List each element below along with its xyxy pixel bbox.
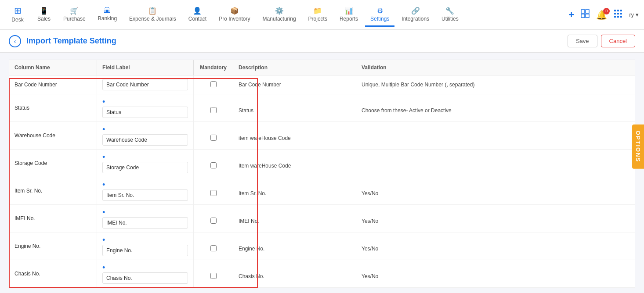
field-label-input[interactable] bbox=[102, 272, 188, 284]
nav-label-reports: Reports bbox=[340, 16, 358, 22]
nav-label-utilities: Utilities bbox=[441, 16, 459, 22]
nav-label-purchase: Purchase bbox=[63, 16, 86, 22]
grid-layout-icon[interactable] bbox=[613, 9, 623, 21]
table-icon[interactable] bbox=[580, 9, 590, 21]
cell-mandatory bbox=[194, 260, 233, 288]
nav-item-desk[interactable]: ⊞ Desk bbox=[5, 2, 30, 28]
options-tab[interactable]: OPTIONS bbox=[632, 125, 644, 169]
integrations-icon: 🔗 bbox=[411, 7, 420, 15]
cell-validation: Yes/No bbox=[356, 232, 635, 260]
table-header-row: Column Name Field Label Mandatory Descri… bbox=[9, 60, 635, 75]
mandatory-checkbox[interactable] bbox=[210, 107, 217, 113]
svg-rect-5 bbox=[617, 10, 619, 11]
cell-mandatory bbox=[194, 75, 233, 94]
reports-icon: 📊 bbox=[344, 7, 353, 15]
nav-item-settings[interactable]: ⚙ Settings bbox=[365, 3, 394, 27]
table-body: Bar Code Number Bar Code NumberUnique, M… bbox=[9, 75, 635, 288]
table-row: Engine No. • Engine No.Yes/No bbox=[9, 232, 635, 260]
cell-column-name: Item Sr. No. bbox=[9, 177, 97, 205]
mandatory-checkbox[interactable] bbox=[210, 218, 217, 224]
desk-icon: ⊞ bbox=[14, 5, 22, 16]
field-label-input[interactable] bbox=[102, 189, 188, 201]
nav-label-desk: Desk bbox=[11, 17, 23, 23]
field-label-input[interactable] bbox=[102, 107, 188, 118]
cell-validation: Yes/No bbox=[356, 205, 635, 232]
cell-column-name: Bar Code Number bbox=[9, 75, 97, 94]
svg-rect-8 bbox=[617, 13, 619, 14]
notification-bell-icon[interactable]: 🔔 0 bbox=[596, 10, 607, 20]
nav-item-contact[interactable]: 👤 Contact bbox=[183, 3, 212, 27]
main-content: Column Name Field Label Mandatory Descri… bbox=[0, 53, 644, 293]
col-header-description: Description bbox=[233, 60, 356, 75]
mandatory-checkbox[interactable] bbox=[210, 273, 217, 279]
nav-item-utilities[interactable]: 🔧 Utilities bbox=[436, 3, 464, 27]
add-button[interactable]: + bbox=[568, 9, 574, 21]
mandatory-checkbox[interactable] bbox=[210, 245, 217, 251]
mandatory-checkbox[interactable] bbox=[210, 135, 217, 141]
svg-rect-3 bbox=[586, 14, 589, 18]
top-navigation: ⊞ Desk 📱 Sales 🛒 Purchase 🏛 Banking 📋 Ex… bbox=[0, 0, 644, 30]
page-header: ‹ Import Template Setting Save Cancel bbox=[0, 30, 644, 53]
user-label: ry bbox=[629, 11, 634, 18]
field-label-input[interactable] bbox=[102, 162, 188, 173]
table-row: Storage Code • Item wareHouse Code bbox=[9, 150, 635, 177]
col-header-field-label: Field Label bbox=[97, 60, 194, 75]
svg-rect-2 bbox=[581, 14, 585, 18]
back-icon: ‹ bbox=[14, 38, 16, 45]
banking-icon: 🏛 bbox=[104, 7, 111, 14]
svg-rect-4 bbox=[614, 10, 616, 11]
notification-badge: 0 bbox=[603, 8, 610, 14]
save-button[interactable]: Save bbox=[568, 35, 597, 47]
nav-item-integrations[interactable]: 🔗 Integrations bbox=[396, 3, 434, 27]
nav-item-projects[interactable]: 📁 Projects bbox=[303, 3, 333, 27]
nav-item-banking[interactable]: 🏛 Banking bbox=[93, 3, 122, 26]
user-avatar[interactable]: ry ▾ bbox=[629, 11, 639, 18]
cell-column-name: Status bbox=[9, 94, 97, 122]
nav-item-pro-inventory[interactable]: 📦 Pro Inventory bbox=[213, 3, 255, 27]
nav-item-sales[interactable]: 📱 Sales bbox=[32, 3, 56, 27]
col-header-column-name: Column Name bbox=[9, 60, 97, 75]
cell-validation: Yes/No bbox=[356, 260, 635, 288]
cell-validation: Choose from these- Active or Deactive bbox=[356, 94, 635, 122]
nav-item-purchase[interactable]: 🛒 Purchase bbox=[58, 3, 91, 27]
manufacturing-icon: ⚙️ bbox=[275, 7, 284, 15]
mandatory-checkbox[interactable] bbox=[210, 190, 217, 196]
nav-item-expense-journals[interactable]: 📋 Expense & Journals bbox=[124, 3, 181, 27]
cell-validation: Yes/No bbox=[356, 177, 635, 205]
table-row: Warehouse Code • item wareHouse Code bbox=[9, 122, 635, 150]
mandatory-checkbox[interactable] bbox=[210, 162, 217, 168]
field-label-input[interactable] bbox=[102, 79, 188, 90]
cell-description: Status bbox=[233, 94, 356, 122]
nav-items: ⊞ Desk 📱 Sales 🛒 Purchase 🏛 Banking 📋 Ex… bbox=[5, 2, 568, 28]
cancel-button[interactable]: Cancel bbox=[601, 35, 635, 47]
nav-label-projects: Projects bbox=[308, 16, 327, 22]
cell-mandatory bbox=[194, 177, 233, 205]
cell-field-label: • bbox=[97, 94, 194, 122]
nav-item-manufacturing[interactable]: ⚙️ Manufacturing bbox=[257, 3, 301, 27]
back-button[interactable]: ‹ bbox=[9, 35, 21, 47]
cell-field-label bbox=[97, 75, 194, 94]
cell-description: Engine No. bbox=[233, 232, 356, 260]
table-row: Item Sr. No. • Item Sr. No.Yes/No bbox=[9, 177, 635, 205]
header-actions: Save Cancel bbox=[568, 35, 635, 47]
cell-mandatory bbox=[194, 232, 233, 260]
field-label-input[interactable] bbox=[102, 134, 188, 146]
cell-column-name: IMEI No. bbox=[9, 205, 97, 232]
utilities-icon: 🔧 bbox=[445, 7, 454, 15]
cell-field-label: • bbox=[97, 122, 194, 150]
cell-validation: Unique, Multiple Bar Code Number (, sepa… bbox=[356, 75, 635, 94]
svg-rect-9 bbox=[620, 13, 622, 14]
field-label-input[interactable] bbox=[102, 217, 188, 229]
field-label-input[interactable] bbox=[102, 245, 188, 256]
user-dropdown-icon: ▾ bbox=[636, 11, 639, 18]
cell-column-name: Storage Code bbox=[9, 150, 97, 177]
svg-rect-10 bbox=[614, 16, 616, 18]
cell-field-label: • bbox=[97, 232, 194, 260]
cell-mandatory bbox=[194, 150, 233, 177]
mandatory-checkbox[interactable] bbox=[210, 81, 217, 87]
col-header-validation: Validation bbox=[356, 60, 635, 75]
projects-icon: 📁 bbox=[313, 7, 322, 15]
svg-rect-6 bbox=[620, 10, 622, 11]
nav-item-reports[interactable]: 📊 Reports bbox=[334, 3, 363, 27]
table-row: Status • StatusChoose from these- Active… bbox=[9, 94, 635, 122]
